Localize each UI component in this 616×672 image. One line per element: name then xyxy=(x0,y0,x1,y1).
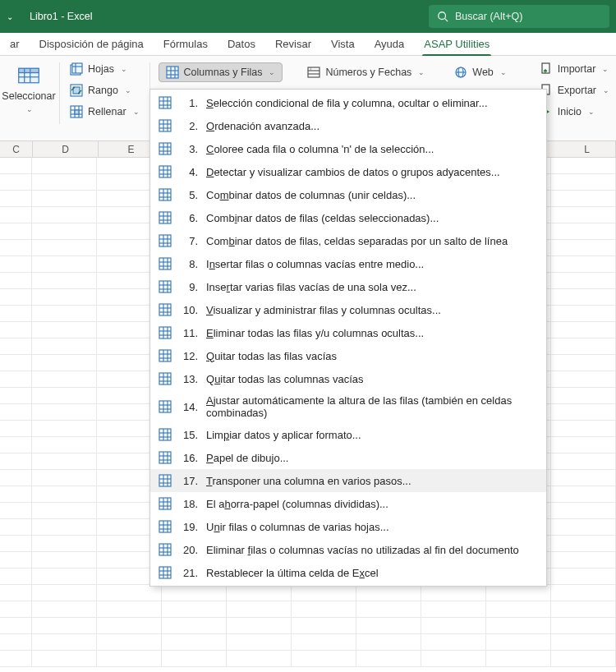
cell[interactable] xyxy=(32,503,97,518)
cell[interactable] xyxy=(551,421,616,436)
cell[interactable] xyxy=(486,618,551,633)
cell[interactable] xyxy=(0,191,32,206)
cell[interactable] xyxy=(551,634,616,650)
cell[interactable] xyxy=(551,486,616,502)
cell[interactable] xyxy=(227,585,292,601)
cell[interactable] xyxy=(0,421,32,436)
cell[interactable] xyxy=(227,634,292,650)
menu-item-1[interactable]: 1.Selección condicional de fila y column… xyxy=(150,91,546,114)
cell[interactable] xyxy=(551,240,616,255)
cell[interactable] xyxy=(551,519,616,535)
tab-review[interactable]: Revisar xyxy=(265,33,321,56)
columns-rows-button[interactable]: Columnas y Filas⌄ xyxy=(159,62,283,82)
qat-dropdown-icon[interactable]: ⌄ xyxy=(7,12,13,21)
cell[interactable] xyxy=(0,404,32,420)
menu-item-4[interactable]: 4.Detectar y visualizar cambios de datos… xyxy=(150,160,546,183)
cell[interactable] xyxy=(486,651,551,666)
tab-page-layout[interactable]: Disposición de página xyxy=(30,33,154,56)
cell[interactable] xyxy=(551,437,616,453)
fill-button[interactable]: Rellenar⌄ xyxy=(65,104,145,120)
menu-item-6[interactable]: 6.Combinar datos de filas (celdas selecc… xyxy=(150,206,546,229)
cell[interactable] xyxy=(421,618,486,633)
cell[interactable] xyxy=(32,552,97,568)
grid-row[interactable] xyxy=(0,618,616,634)
menu-item-20[interactable]: 20.Eliminar filas o columnas vacías no u… xyxy=(150,538,546,561)
cell[interactable] xyxy=(551,601,616,617)
cell[interactable] xyxy=(0,470,32,486)
menu-item-18[interactable]: 18.El ahorra-papel (columnas divididas).… xyxy=(150,492,546,515)
cell[interactable] xyxy=(0,273,32,288)
menu-item-19[interactable]: 19.Unir filas o columnas de varias hojas… xyxy=(150,515,546,538)
cell[interactable] xyxy=(32,453,97,469)
grid-row[interactable] xyxy=(0,585,616,601)
cell[interactable] xyxy=(551,404,616,420)
tab-fragment[interactable]: ar xyxy=(0,33,30,56)
cell[interactable] xyxy=(32,355,97,371)
cell[interactable] xyxy=(551,306,616,321)
cell[interactable] xyxy=(162,618,227,633)
cell[interactable] xyxy=(32,421,97,436)
cell[interactable] xyxy=(0,322,32,338)
web-button[interactable]: Web⌄ xyxy=(449,64,511,81)
cell[interactable] xyxy=(32,240,97,255)
sheets-button[interactable]: Hojas⌄ xyxy=(65,61,145,77)
cell[interactable] xyxy=(32,338,97,354)
cell[interactable] xyxy=(0,223,32,239)
cell[interactable] xyxy=(551,568,616,584)
cell[interactable] xyxy=(0,256,32,272)
numbers-dates-button[interactable]: 1 Números y Fechas⌄ xyxy=(302,64,430,81)
cell[interactable] xyxy=(551,651,616,666)
cell[interactable] xyxy=(0,618,32,633)
cell[interactable] xyxy=(0,355,32,371)
cell[interactable] xyxy=(486,634,551,650)
cell[interactable] xyxy=(97,651,162,666)
col-header[interactable]: L xyxy=(559,141,616,157)
cell[interactable] xyxy=(32,256,97,272)
menu-item-16[interactable]: 16.Papel de dibujo... xyxy=(150,446,546,469)
cell[interactable] xyxy=(292,618,356,633)
cell[interactable] xyxy=(356,651,421,666)
import-button[interactable]: Importar⌄ xyxy=(538,61,611,77)
cell[interactable] xyxy=(32,585,97,601)
cell[interactable] xyxy=(32,322,97,338)
cell[interactable] xyxy=(0,503,32,518)
cell[interactable] xyxy=(227,651,292,666)
cell[interactable] xyxy=(421,634,486,650)
cell[interactable] xyxy=(97,585,162,601)
cell[interactable] xyxy=(551,223,616,239)
cell[interactable] xyxy=(32,437,97,453)
col-header[interactable]: C xyxy=(0,141,33,157)
cell[interactable] xyxy=(421,601,486,617)
cell[interactable] xyxy=(551,388,616,403)
cell[interactable] xyxy=(0,388,32,403)
col-header[interactable]: D xyxy=(33,141,99,157)
cell[interactable] xyxy=(551,207,616,223)
cell[interactable] xyxy=(0,519,32,535)
cell[interactable] xyxy=(0,568,32,584)
cell[interactable] xyxy=(0,207,32,223)
range-button[interactable]: Rango⌄ xyxy=(65,82,145,99)
cell[interactable] xyxy=(486,601,551,617)
cell[interactable] xyxy=(356,618,421,633)
cell[interactable] xyxy=(292,634,356,650)
tab-asap-utilities[interactable]: ASAP Utilities xyxy=(414,33,499,56)
cell[interactable] xyxy=(32,601,97,617)
menu-item-21[interactable]: 21.Restablecer la última celda de Excel xyxy=(150,561,546,584)
cell[interactable] xyxy=(551,256,616,272)
cell[interactable] xyxy=(32,486,97,502)
cell[interactable] xyxy=(32,470,97,486)
select-button[interactable]: Seleccionar ⌄ xyxy=(3,61,54,117)
cell[interactable] xyxy=(0,453,32,469)
cell[interactable] xyxy=(32,651,97,666)
cell[interactable] xyxy=(97,634,162,650)
cell[interactable] xyxy=(0,536,32,551)
cell[interactable] xyxy=(32,207,97,223)
cell[interactable] xyxy=(0,174,32,190)
grid-row[interactable] xyxy=(0,651,616,667)
cell[interactable] xyxy=(551,158,616,173)
cell[interactable] xyxy=(32,158,97,173)
menu-item-9[interactable]: 9.Insertar varias filas vacías de una so… xyxy=(150,275,546,298)
grid-row[interactable] xyxy=(0,601,616,618)
cell[interactable] xyxy=(97,618,162,633)
tab-help[interactable]: Ayuda xyxy=(365,33,415,56)
